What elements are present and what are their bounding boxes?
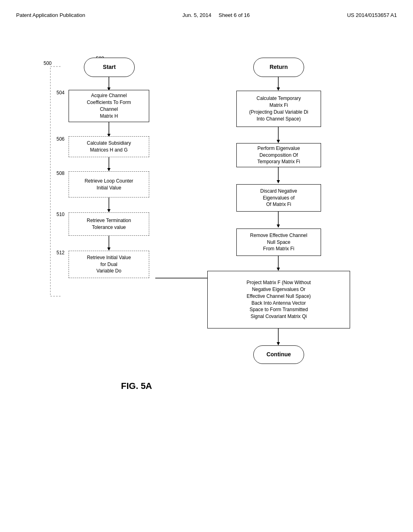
- box-504: Acquire Channel Coefficients To Form Cha…: [69, 90, 149, 122]
- svg-marker-5: [107, 168, 111, 171]
- diagram-area: 500 502 504 506 508 510 512 514 516 518 …: [16, 30, 397, 498]
- header-center: Jun. 5, 2014 Sheet 6 of 16: [182, 12, 250, 18]
- box-510: Retrieve Termination Tolerance value: [69, 212, 149, 236]
- svg-marker-21: [277, 342, 280, 345]
- label-512: 512: [56, 250, 65, 256]
- header-right: US 2014/0153657 A1: [347, 12, 397, 18]
- svg-marker-9: [107, 247, 111, 251]
- box-514: Calculate Temporary Matrix Fi (Projectin…: [236, 91, 321, 127]
- box-508: Retrieve Loop Counter Initial Value: [69, 171, 149, 197]
- label-508: 508: [56, 170, 65, 176]
- box-524: Project Matrix F (Now Without Negative E…: [207, 271, 350, 328]
- box-520: Remove Effective Channel Null Space From…: [236, 229, 321, 256]
- svg-marker-13: [277, 140, 280, 143]
- continue-node: Continue: [253, 345, 304, 364]
- box-518: Discard Negative Eigenvalues of Of Matri…: [236, 184, 321, 212]
- box-512: Retrieve Initial Value for Dual Variable…: [69, 251, 149, 278]
- box-506: Calculate Subsidiary Matrices H and G: [69, 136, 149, 157]
- label-504: 504: [56, 90, 65, 96]
- label-506: 506: [56, 136, 65, 142]
- return-node: Return: [253, 58, 304, 77]
- svg-marker-15: [277, 180, 280, 183]
- page-header: Patent Application Publication Jun. 5, 2…: [16, 8, 397, 26]
- label-510: 510: [56, 212, 65, 217]
- svg-marker-11: [277, 87, 280, 91]
- header-sheet: Sheet 6 of 16: [219, 12, 250, 18]
- svg-marker-7: [107, 209, 111, 212]
- svg-marker-17: [277, 224, 280, 228]
- label-500: 500: [44, 60, 52, 66]
- fig-label: FIG. 5A: [121, 381, 152, 391]
- header-date: Jun. 5, 2014: [182, 12, 211, 18]
- start-node: Start: [84, 58, 135, 77]
- header-left: Patent Application Publication: [16, 12, 85, 18]
- box-516: Perform Eigenvalue Decomposition Of Temp…: [236, 143, 321, 167]
- svg-marker-19: [277, 268, 280, 271]
